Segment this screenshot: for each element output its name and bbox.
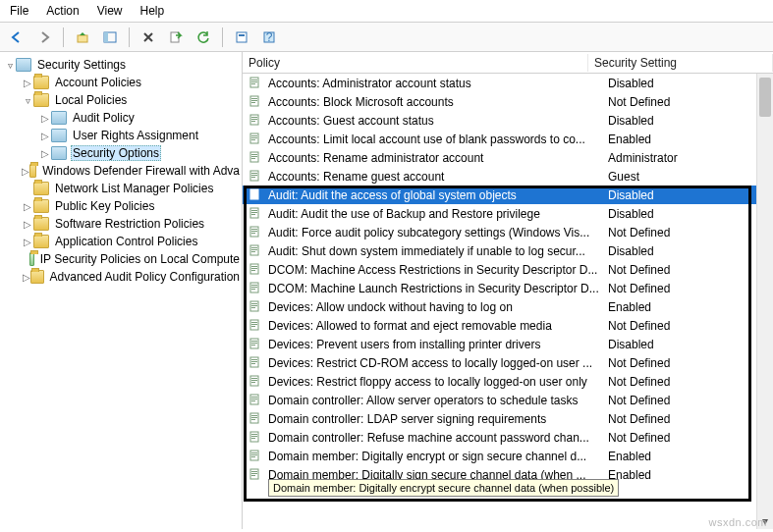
- expander-icon[interactable]: ▿: [4, 60, 16, 71]
- policy-setting: Enabled: [608, 300, 773, 314]
- policy-row[interactable]: Domain controller: Refuse machine accoun…: [243, 428, 773, 447]
- up-button[interactable]: [72, 27, 93, 48]
- policy-row[interactable]: Audit: Force audit policy subcategory se…: [243, 223, 773, 241]
- delete-button[interactable]: [138, 27, 159, 48]
- policy-row[interactable]: Devices: Restrict floppy access to local…: [243, 372, 773, 391]
- tree-root[interactable]: ▿ Security Settings: [0, 56, 242, 74]
- svg-rect-87: [251, 438, 255, 439]
- policy-row[interactable]: Domain member: Digitally encrypt or sign…: [243, 447, 773, 465]
- policy-setting: Disabled: [608, 188, 773, 202]
- policy-setting: Not Defined: [608, 394, 773, 407]
- svg-rect-38: [251, 212, 257, 213]
- svg-rect-26: [251, 156, 257, 157]
- policy-row[interactable]: DCOM: Machine Launch Restrictions in Sec…: [243, 279, 773, 297]
- svg-rect-63: [251, 326, 255, 327]
- tree-label: Security Options: [71, 145, 161, 161]
- policy-name: Devices: Restrict floppy access to local…: [268, 375, 608, 389]
- help-button[interactable]: ?: [258, 27, 280, 48]
- policy-row[interactable]: Accounts: Administrator account statusDi…: [243, 74, 773, 92]
- svg-rect-10: [251, 81, 257, 82]
- svg-rect-11: [251, 83, 255, 84]
- svg-rect-86: [251, 436, 257, 437]
- tree-item[interactable]: ▷Account Policies: [0, 74, 242, 91]
- svg-rect-57: [251, 303, 257, 304]
- expander-icon[interactable]: ▷: [22, 201, 33, 212]
- tree-item[interactable]: ▷Advanced Audit Policy Configuration: [0, 268, 242, 286]
- expander-icon[interactable]: ▷: [22, 166, 29, 177]
- policy-setting: Disabled: [608, 207, 773, 221]
- policy-icon: [248, 187, 264, 203]
- policy-row[interactable]: Accounts: Block Microsoft accountsNot De…: [243, 92, 773, 111]
- expander-icon[interactable]: ▷: [39, 148, 51, 159]
- policy-icon: [248, 299, 264, 315]
- policy-name: Accounts: Administrator account status: [268, 77, 608, 90]
- export-button[interactable]: [165, 27, 187, 48]
- tree-item[interactable]: ▷User Rights Assignment: [0, 127, 242, 144]
- forward-button[interactable]: [33, 27, 55, 48]
- expander-icon[interactable]: ▷: [39, 131, 51, 141]
- tree-item[interactable]: ▿Local Policies: [0, 91, 242, 109]
- policy-row[interactable]: Accounts: Limit local account use of bla…: [243, 130, 773, 148]
- expander-icon[interactable]: ▷: [22, 272, 30, 283]
- policy-row[interactable]: Audit: Audit the access of global system…: [243, 186, 773, 204]
- column-policy[interactable]: Policy: [243, 54, 588, 72]
- tree-item[interactable]: ▷IP Security Policies on Local Compute: [0, 250, 242, 268]
- policy-row[interactable]: Accounts: Rename administrator accountAd…: [243, 148, 773, 167]
- tree-item[interactable]: ▷Audit Policy: [0, 109, 242, 127]
- expander-icon[interactable]: ▿: [22, 95, 33, 106]
- tree-item[interactable]: ▷Public Key Policies: [0, 197, 242, 215]
- expander-icon[interactable]: ▷: [22, 219, 33, 230]
- menu-help[interactable]: Help: [140, 4, 165, 18]
- tree-label: User Rights Assignment: [71, 129, 200, 142]
- expander-icon[interactable]: ▷: [22, 237, 33, 247]
- policy-row[interactable]: Devices: Restrict CD-ROM access to local…: [243, 353, 773, 372]
- list-pane: Policy Security Setting Accounts: Admini…: [243, 52, 773, 529]
- svg-rect-81: [251, 415, 257, 416]
- svg-rect-41: [251, 229, 257, 230]
- svg-rect-47: [251, 251, 255, 252]
- list-body: Accounts: Administrator account statusDi…: [243, 74, 773, 529]
- svg-rect-90: [251, 454, 257, 455]
- policy-row[interactable]: Audit: Shut down system immediately if u…: [243, 241, 773, 260]
- policy-row[interactable]: Devices: Prevent users from installing p…: [243, 335, 773, 353]
- refresh-button[interactable]: [193, 27, 214, 48]
- tree-item[interactable]: ▷Windows Defender Firewall with Adva: [0, 162, 242, 180]
- svg-rect-34: [251, 193, 257, 194]
- tree-item[interactable]: ▷Software Restriction Policies: [0, 215, 242, 233]
- policy-icon: [248, 374, 264, 390]
- policy-row[interactable]: Audit: Audit the use of Backup and Resto…: [243, 204, 773, 223]
- column-security-setting[interactable]: Security Setting: [588, 54, 773, 72]
- expander-icon[interactable]: ▷: [39, 113, 51, 124]
- back-button[interactable]: [6, 27, 28, 48]
- svg-rect-42: [251, 231, 257, 232]
- folder-icon: [51, 111, 67, 125]
- menu-action[interactable]: Action: [46, 4, 79, 18]
- policy-row[interactable]: DCOM: Machine Access Restrictions in Sec…: [243, 260, 773, 279]
- policy-icon: [248, 355, 264, 371]
- scroll-thumb[interactable]: [759, 78, 771, 117]
- policy-row[interactable]: Domain controller: Allow server operator…: [243, 391, 773, 409]
- policy-row[interactable]: Devices: Allowed to format and eject rem…: [243, 316, 773, 335]
- tree-item[interactable]: ▷Security Options: [0, 144, 242, 162]
- tree-item[interactable]: ▷Application Control Policies: [0, 233, 242, 250]
- policy-row[interactable]: Accounts: Rename guest accountGuest: [243, 167, 773, 186]
- policy-setting: Enabled: [608, 468, 773, 482]
- svg-rect-35: [251, 195, 255, 196]
- folder-icon: [51, 146, 67, 160]
- policy-row[interactable]: Devices: Allow undock without having to …: [243, 297, 773, 316]
- toolbar-separator: [222, 27, 223, 47]
- expander-icon[interactable]: ▷: [22, 78, 33, 88]
- folder-icon: [33, 217, 49, 231]
- policy-row[interactable]: Accounts: Guest account statusDisabled: [243, 111, 773, 130]
- tree-item[interactable]: ▷Network List Manager Policies: [0, 180, 242, 197]
- properties-button[interactable]: [231, 27, 252, 48]
- policy-setting: Guest: [608, 170, 773, 184]
- menu-file[interactable]: File: [10, 4, 28, 18]
- policy-name: Audit: Audit the access of global system…: [268, 188, 608, 202]
- policy-row[interactable]: Domain controller: LDAP server signing r…: [243, 409, 773, 428]
- policy-setting: Not Defined: [608, 412, 773, 426]
- svg-rect-83: [251, 419, 255, 420]
- vertical-scrollbar[interactable]: ▴ ▾: [756, 74, 773, 529]
- show-hide-tree-button[interactable]: [99, 27, 121, 48]
- menu-view[interactable]: View: [97, 4, 123, 18]
